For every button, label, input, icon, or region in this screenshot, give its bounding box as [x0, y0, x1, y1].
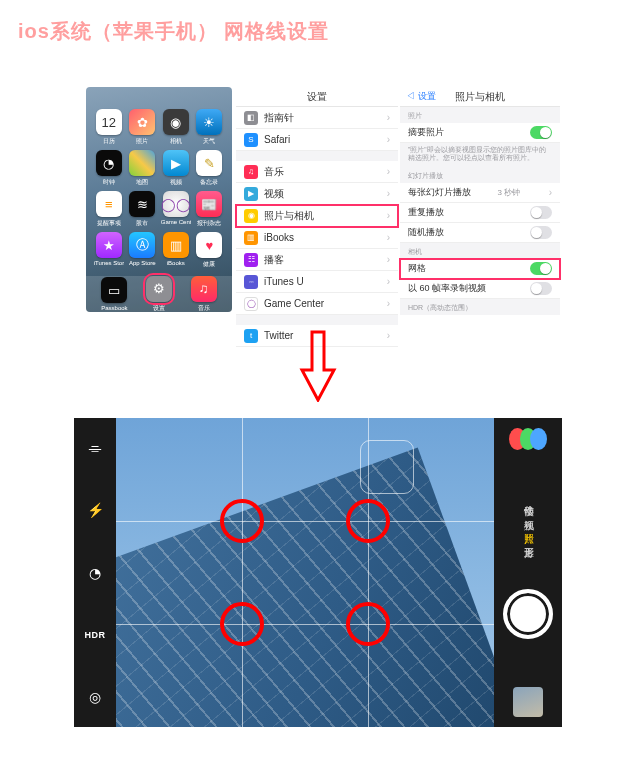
- arrow-down-icon: [298, 330, 338, 402]
- settings-row-Game Center[interactable]: ◯Game Center›: [236, 293, 398, 315]
- app-天气[interactable]: ☀天气: [194, 109, 226, 146]
- section-label-slideshow: 幻灯片播放: [400, 167, 560, 183]
- app-视频[interactable]: ▶视频: [160, 150, 192, 187]
- toggle-grid[interactable]: [530, 262, 552, 275]
- row-shuffle[interactable]: 随机播放: [400, 223, 560, 243]
- row-60fps[interactable]: 以 60 帧率录制视频: [400, 279, 560, 299]
- camera-modes[interactable]: 慢动作视频照片正方形: [521, 498, 535, 540]
- app-相机[interactable]: ◉相机: [160, 109, 192, 146]
- app-App Store[interactable]: ⒶApp Store: [127, 232, 159, 269]
- intersection-marker: [346, 499, 390, 543]
- app-股市[interactable]: ≋股市: [127, 191, 159, 228]
- row-grid[interactable]: 网格: [400, 259, 560, 279]
- row-repeat[interactable]: 重复播放: [400, 203, 560, 223]
- settings-title: 设置: [307, 90, 327, 104]
- camera-top-controls: ⌯ ⚡ ◔ HDR ◎: [74, 418, 116, 727]
- app-iTunes Store[interactable]: ★iTunes Store: [93, 232, 125, 269]
- settings-row-指南针[interactable]: ◧指南针›: [236, 107, 398, 129]
- app-报刊杂志[interactable]: 📰报刊杂志: [194, 191, 226, 228]
- row-summary-photos[interactable]: 摘要照片: [400, 123, 560, 143]
- camera-side-controls: 慢动作视频照片正方形: [494, 418, 562, 727]
- settings-row-iTunes U[interactable]: ⎓iTunes U›: [236, 271, 398, 293]
- toggle-summary[interactable]: [530, 126, 552, 139]
- dock-app-设置[interactable]: ⚙设置: [146, 276, 172, 313]
- intersection-marker: [220, 602, 264, 646]
- app-备忘录[interactable]: ✎备忘录: [194, 150, 226, 187]
- panel-header: ◁ 设置 照片与相机: [400, 87, 560, 107]
- live-photo-icon[interactable]: ◎: [74, 677, 116, 717]
- settings-row-播客[interactable]: ☷播客›: [236, 249, 398, 271]
- intersection-marker: [220, 499, 264, 543]
- back-button[interactable]: ◁ 设置: [406, 90, 436, 103]
- page-title: ios系统（苹果手机） 网格线设置: [0, 0, 640, 45]
- settings-header: 设置: [236, 87, 398, 107]
- settings-row-视频[interactable]: ▶视频›: [236, 183, 398, 205]
- app-Game Center[interactable]: ◯◯Game Center: [160, 191, 192, 228]
- intersection-marker: [346, 602, 390, 646]
- toggle-60fps[interactable]: [530, 282, 552, 295]
- last-photo-thumbnail[interactable]: [513, 687, 543, 717]
- toggle-repeat[interactable]: [530, 206, 552, 219]
- iphone-home-screen: 12日历✿照片◉相机☀天气◔时钟地图▶视频✎备忘录≡提醒事项≋股市◯◯Game …: [86, 87, 232, 312]
- dock-app-音乐[interactable]: ♫音乐: [191, 276, 217, 313]
- switch-camera-icon[interactable]: ⌯: [74, 428, 116, 468]
- app-照片[interactable]: ✿照片: [127, 109, 159, 146]
- toggle-shuffle[interactable]: [530, 226, 552, 239]
- app-时钟[interactable]: ◔时钟: [93, 150, 125, 187]
- row-duration[interactable]: 每张幻灯片播放 3 秒钟›: [400, 183, 560, 203]
- app-提醒事项[interactable]: ≡提醒事项: [93, 191, 125, 228]
- flash-icon[interactable]: ⚡: [74, 490, 116, 530]
- app-健康[interactable]: ♥健康: [194, 232, 226, 269]
- viewfinder[interactable]: [116, 418, 494, 727]
- settings-row-照片与相机[interactable]: ◉照片与相机›: [236, 205, 398, 227]
- settings-root-panel: 设置 ◧指南针›SSafari› ♫音乐›▶视频›◉照片与相机›▥iBooks›…: [236, 87, 398, 312]
- app-iBooks[interactable]: ▥iBooks: [160, 232, 192, 269]
- photo-camera-settings-panel: ◁ 设置 照片与相机 照片 摘要照片 "照片"即会以摘要视图显示您的照片图库中的…: [400, 87, 560, 312]
- app-日历[interactable]: 12日历: [93, 109, 125, 146]
- filters-icon[interactable]: [512, 428, 544, 450]
- timer-icon[interactable]: ◔: [74, 553, 116, 593]
- section-label-photos: 照片: [400, 107, 560, 123]
- section-label-camera: 相机: [400, 243, 560, 259]
- camera-app: ⌯ ⚡ ◔ HDR ◎ 慢动作视频照片正方形: [74, 418, 562, 727]
- settings-row-Safari[interactable]: SSafari›: [236, 129, 398, 151]
- settings-row-音乐[interactable]: ♫音乐›: [236, 161, 398, 183]
- section-gap: [236, 151, 398, 161]
- section-label-hdr: HDR（高动态范围）: [400, 299, 560, 315]
- panel-title: 照片与相机: [455, 90, 505, 104]
- hdr-button[interactable]: HDR: [74, 615, 116, 655]
- app-地图[interactable]: 地图: [127, 150, 159, 187]
- settings-row-iBooks[interactable]: ▥iBooks›: [236, 227, 398, 249]
- shutter-button[interactable]: [503, 589, 553, 639]
- summary-description: "照片"即会以摘要视图显示您的照片图库中的精选照片。您可以轻点以查看所有照片。: [400, 143, 560, 167]
- dock-app-Passbook[interactable]: ▭Passbook: [101, 277, 127, 311]
- section-gap: [236, 315, 398, 325]
